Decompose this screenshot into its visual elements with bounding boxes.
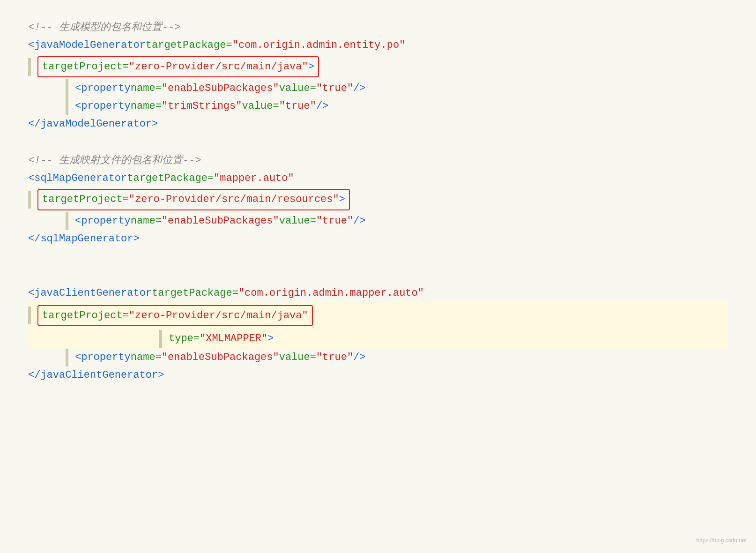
section-javaclient-generator: <javaClientGenerator targetPackage="com.… [28, 267, 728, 384]
val-targetpackage-3: "com.origin.admin.mapper.auto" [238, 284, 424, 302]
attr-name-1a: name= [131, 80, 162, 97]
vbar-5 [66, 212, 68, 230]
property-enablesubpackages-3: <property name="enableSubPackages" value… [28, 349, 728, 366]
val-name-2a: "enableSubPackages" [162, 212, 279, 230]
comment-line-3 [28, 267, 728, 284]
highlight-targetproject-3: targetProject="zero-Provider/src/main/ja… [28, 302, 728, 329]
val-name-3a: "enableSubPackages" [162, 349, 279, 366]
property-enablesubpackages-2: <property name="enableSubPackages" value… [28, 212, 728, 230]
val-type: "XMLMAPPER" [200, 330, 267, 347]
attr-value-1a: value= [279, 80, 316, 97]
tag-property-3a: <property [75, 349, 131, 366]
punct-3: > [267, 330, 274, 347]
code-block: <!-- 生成模型的包名和位置--> <javaModelGenerator t… [28, 19, 728, 384]
highlight-box-1: targetProject="zero-Provider/src/main/ja… [37, 56, 319, 77]
vbar-2 [66, 79, 68, 97]
section-sqlmap-generator: <!-- 生成映射文件的包名和位置--> <sqlMapGenerator ta… [28, 151, 728, 247]
tag-sqlmap-close: </sqlMapGenerator> [28, 230, 140, 247]
close-tag-javaclient: </javaClientGenerator> [28, 366, 728, 384]
tag-property-1a: <property [75, 80, 131, 97]
val-name-1a: "enableSubPackages" [162, 80, 279, 97]
open-tag-sqlmap: <sqlMapGenerator targetPackage="mapper.a… [28, 169, 728, 187]
attr-name-2a: name= [131, 212, 162, 230]
highlight-box-3: targetProject="zero-Provider/src/main/ja… [37, 305, 313, 326]
close-tag-model: </javaModelGenerator> [28, 115, 728, 133]
attr-targetproject-2: targetProject= [42, 194, 129, 205]
highlight-targetproject-2: targetProject="zero-Provider/src/main/re… [28, 187, 728, 212]
vbar-7 [159, 330, 162, 348]
comment-line-2: <!-- 生成映射文件的包名和位置--> [28, 151, 728, 169]
close-tag-sqlmap: </sqlMapGenerator> [28, 230, 728, 248]
comment-model: <!-- 生成模型的包名和位置--> [28, 19, 181, 36]
punct-3a: /> [353, 349, 365, 366]
val-value-2a: "true" [316, 212, 353, 230]
open-tag-javaclient: <javaClientGenerator targetPackage="com.… [28, 284, 728, 302]
attr-value-3a: value= [279, 349, 316, 366]
punct-1: > [308, 61, 314, 73]
val-value-1b: "true" [279, 97, 316, 115]
val-targetproject-2: "zero-Provider/src/main/resources" [129, 194, 339, 205]
attr-targetproject-3: targetProject= [42, 310, 129, 321]
vbar-1 [28, 58, 31, 76]
val-name-1b: "trimStrings" [162, 97, 242, 115]
attr-targetpackage-2: targetPackage= [127, 170, 214, 187]
tag-javaclient-open: <javaClientGenerator [28, 284, 152, 302]
attr-targetproject-1: targetProject= [42, 61, 129, 73]
tag-property-2a: <property [75, 212, 131, 230]
vbar-8 [66, 349, 68, 366]
highlight-targetproject-1: targetProject="zero-Provider/src/main/ja… [28, 54, 728, 79]
tag-javaclient-close: </javaClientGenerator> [28, 366, 164, 384]
val-targetpackage-2: "mapper.auto" [214, 170, 294, 187]
val-targetproject-1: "zero-Provider/src/main/java" [129, 61, 308, 73]
vbar-3 [66, 97, 68, 115]
comment-line-1: <!-- 生成模型的包名和位置--> [28, 19, 728, 37]
punct-2a: /> [353, 212, 365, 230]
punct-1a: /> [353, 80, 365, 97]
attr-value-2a: value= [279, 212, 316, 230]
val-targetproject-3: "zero-Provider/src/main/java" [129, 310, 308, 321]
attr-type: type= [169, 330, 200, 347]
property-enablesubpackages-1: <property name="enableSubPackages" value… [28, 79, 728, 97]
val-targetpackage-1: "com.origin.admin.entity.po" [232, 37, 406, 54]
attr-name-3a: name= [131, 349, 162, 366]
val-value-1a: "true" [316, 80, 353, 97]
type-line: type="XMLMAPPER"> [28, 329, 728, 349]
attr-targetpackage-3: targetPackage= [152, 284, 238, 302]
section-model-generator: <!-- 生成模型的包名和位置--> <javaModelGenerator t… [28, 19, 728, 133]
punct-1b: /> [316, 97, 328, 115]
vbar-6 [28, 306, 31, 324]
property-trimstrings-1: <property name="trimStrings" value="true… [28, 97, 728, 115]
highlight-box-2: targetProject="zero-Provider/src/main/re… [37, 189, 350, 210]
attr-value-1b: value= [242, 97, 279, 115]
tag-property-1b: <property [75, 97, 131, 115]
attr-targetpackage-1: targetPackage= [146, 37, 232, 54]
val-value-3a: "true" [316, 349, 353, 366]
vbar-4 [28, 191, 31, 209]
attr-name-1b: name= [131, 97, 162, 115]
comment-sqlmap: <!-- 生成映射文件的包名和位置--> [28, 152, 201, 169]
tag-java-model-open: <javaModelGenerator [28, 37, 146, 54]
open-tag-model: <javaModelGenerator targetPackage="com.o… [28, 37, 728, 54]
tag-java-model-close: </javaModelGenerator> [28, 115, 158, 133]
tag-sqlmap-open: <sqlMapGenerator [28, 170, 127, 187]
watermark: https://blog.csdn.net [697, 537, 747, 544]
punct-2: > [339, 194, 345, 205]
